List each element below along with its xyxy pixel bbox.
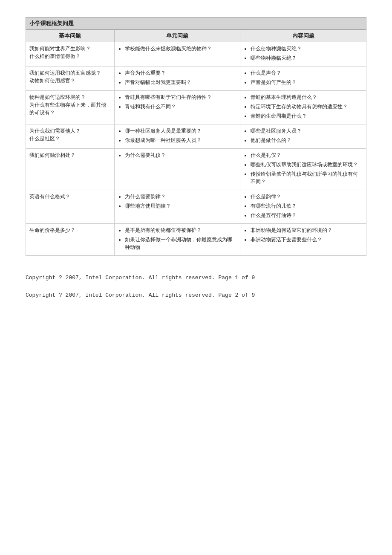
list-item: 什么使物种濒临灭绝？ <box>251 45 363 52</box>
list-item: 青蛙具有哪些有助于它们生存的特性？ <box>125 93 237 101</box>
cell-basic-1: 我们如何运用我们的五官感觉？动物如何使用感官？ <box>26 66 115 91</box>
list-item: 声音对幅幅比对我更重要吗？ <box>125 78 237 86</box>
list-item: 哪些礼仪可以帮助我们适应球场或教室的环境？ <box>251 161 363 168</box>
table-title-row: 小学课程框架问题 <box>26 17 366 30</box>
header-unit: 单元问题 <box>114 30 240 42</box>
list-item: 哪些是社区服务人员？ <box>251 127 363 135</box>
cell-content-1: 什么是声音？声音是如何产生的？ <box>240 66 366 91</box>
header-basic: 基本问题 <box>26 30 115 42</box>
cell-unit-2: 青蛙具有哪些有助于它们生存的特性？青蛙和我有什么不同？ <box>114 91 240 124</box>
cell-basic-2: 物种是如何适应环境的？为什么有些生物存活下来，而其他的却没有？ <box>26 91 115 124</box>
list-item: 青蛙的生命周期是什么？ <box>251 112 363 120</box>
list-item: 为什么需要韵律？ <box>125 193 237 200</box>
cell-basic-0: 我如何能对世界产生影响？什么样的事情值得做？ <box>26 42 115 66</box>
cell-unit-6: 是不是所有的动物都值得被保护？如果让你选择做一个非洲动物，你最愿意成为哪种动物 <box>114 224 240 256</box>
cell-unit-3: 哪一种社区服务人员是最重要的？你最想成为哪一种社区服务人员？ <box>114 124 240 149</box>
copyright-line-1: Copyright ? 2007, Intel Corporation. All… <box>26 273 366 283</box>
cell-basic-4: 我们如何融洽相处？ <box>26 149 115 190</box>
list-item: 传授给朝圣孩子的礼仪与我们所学习的礼仪有何不同？ <box>251 170 363 185</box>
cell-unit-0: 学校能做什么来拯救濒临灭绝的物种？ <box>114 42 240 66</box>
list-item: 哪一种社区服务人员是最重要的？ <box>125 127 237 135</box>
cell-content-2: 青蛙的基本生理构造是什么？特定环境下生存的动物具有怎样的适应性？青蛙的生命周期是… <box>240 91 366 124</box>
list-item: 青蛙和我有什么不同？ <box>125 103 237 110</box>
cell-unit-5: 为什么需要韵律？哪些地方使用韵律？ <box>114 190 240 224</box>
list-item: 非洲动物是如何适应它们的环境的？ <box>251 226 363 234</box>
table-row: 我们如何融洽相处？为什么需要礼仪？什么是礼仪？哪些礼仪可以帮助我们适应球场或教室… <box>26 149 366 190</box>
cell-basic-6: 生命的价格是多少？ <box>26 224 115 256</box>
list-item: 青蛙的基本生理构造是什么？ <box>251 93 363 101</box>
table-row: 为什么我们需要他人？什么是社区？哪一种社区服务人员是最重要的？你最想成为哪一种社… <box>26 124 366 149</box>
list-item: 哪些地方使用韵律？ <box>125 202 237 210</box>
list-item: 为什么需要礼仪？ <box>125 151 237 159</box>
table-row: 我如何能对世界产生影响？什么样的事情值得做？学校能做什么来拯救濒临灭绝的物种？什… <box>26 42 366 66</box>
table-row: 物种是如何适应环境的？为什么有些生物存活下来，而其他的却没有？青蛙具有哪些有助于… <box>26 91 366 124</box>
list-item: 什么是礼仪？ <box>251 151 363 159</box>
cell-unit-4: 为什么需要礼仪？ <box>114 149 240 190</box>
table-row: 我们如何运用我们的五官感觉？动物如何使用感官？声音为什么重要？声音对幅幅比对我更… <box>26 66 366 91</box>
list-item: 你最想成为哪一种社区服务人员？ <box>125 136 237 144</box>
list-item: 特定环境下生存的动物具有怎样的适应性？ <box>251 103 363 110</box>
list-item: 哪些物种濒临灭绝？ <box>251 54 363 62</box>
cell-content-3: 哪些是社区服务人员？他们是做什么的？ <box>240 124 366 149</box>
list-item: 非洲动物要活下去需要些什么？ <box>251 236 363 243</box>
list-item: 声音为什么重要？ <box>125 69 237 77</box>
curriculum-table: 小学课程框架问题 基本问题 单元问题 内容问题 我如何能对世界产生影响？什么样的… <box>26 17 366 256</box>
table-title: 小学课程框架问题 <box>26 17 366 30</box>
cell-unit-1: 声音为什么重要？声音对幅幅比对我更重要吗？ <box>114 66 240 91</box>
header-content: 内容问题 <box>240 30 366 42</box>
cell-content-4: 什么是礼仪？哪些礼仪可以帮助我们适应球场或教室的环境？传授给朝圣孩子的礼仪与我们… <box>240 149 366 190</box>
cell-content-0: 什么使物种濒临灭绝？哪些物种濒临灭绝？ <box>240 42 366 66</box>
table-row: 英语有什么格式？为什么需要韵律？哪些地方使用韵律？什么是韵律？有哪些流行的儿歌？… <box>26 190 366 224</box>
list-item: 声音是如何产生的？ <box>251 78 363 86</box>
list-item: 他们是做什么的？ <box>251 136 363 144</box>
cell-basic-3: 为什么我们需要他人？什么是社区？ <box>26 124 115 149</box>
cell-content-5: 什么是韵律？有哪些流行的儿歌？什么是五行打油诗？ <box>240 190 366 224</box>
list-item: 什么是韵律？ <box>251 193 363 200</box>
table-row: 生命的价格是多少？是不是所有的动物都值得被保护？如果让你选择做一个非洲动物，你最… <box>26 224 366 256</box>
list-item: 什么是声音？ <box>251 69 363 77</box>
cell-basic-5: 英语有什么格式？ <box>26 190 115 224</box>
cell-content-6: 非洲动物是如何适应它们的环境的？非洲动物要活下去需要些什么？ <box>240 224 366 256</box>
list-item: 是不是所有的动物都值得被保护？ <box>125 226 237 234</box>
copyright-line-2: Copyright ? 2007, Intel Corporation. All… <box>26 290 366 300</box>
list-item: 学校能做什么来拯救濒临灭绝的物种？ <box>125 45 237 52</box>
list-item: 什么是五行打油诗？ <box>251 211 363 219</box>
list-item: 如果让你选择做一个非洲动物，你最愿意成为哪种动物 <box>125 236 237 251</box>
table-header-row: 基本问题 单元问题 内容问题 <box>26 30 366 42</box>
list-item: 有哪些流行的儿歌？ <box>251 202 363 210</box>
